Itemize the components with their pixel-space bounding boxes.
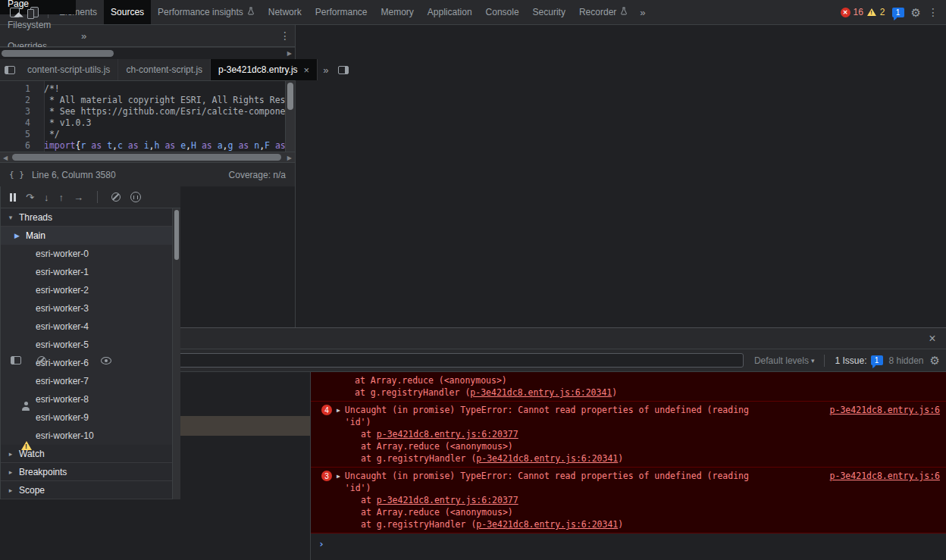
top-tab-network[interactable]: Network <box>262 0 309 24</box>
editor-tab-ch-content-script-js[interactable]: ch-content-script.js <box>118 59 211 80</box>
deactivate-breakpoints-icon[interactable] <box>111 192 121 202</box>
console-settings-gear-icon[interactable]: ⚙ <box>930 355 940 366</box>
toggle-navigator-button[interactable] <box>0 60 20 80</box>
issues-counter[interactable]: 1 Issue: 1 <box>835 355 882 366</box>
stack-location-link[interactable]: p-3e421dc8.entry.js:6:20377 <box>377 429 518 440</box>
debugger-sections: ▾ Threads ▶Mainesri-worker-0esri-worker-… <box>1 208 180 499</box>
thread-esri-worker-6[interactable]: esri-worker-6 <box>1 354 180 372</box>
navigator-menu-kebab-icon[interactable]: ⋮ <box>280 30 290 42</box>
stack-location-link[interactable]: p-3e421dc8.entry.js:6:20341 <box>476 453 618 464</box>
scroll-right-icon[interactable]: ▶ <box>287 155 292 161</box>
expand-arrow-icon[interactable]: ▶ <box>337 407 340 414</box>
stack-location-link[interactable]: p-3e421dc8.entry.js:6:20377 <box>377 495 518 505</box>
more-editor-tabs-icon[interactable]: » <box>318 64 334 76</box>
step-over-icon[interactable]: ↷ <box>26 192 34 202</box>
scope-section-header[interactable]: ▸ Scope <box>1 481 180 499</box>
thread-esri-worker-1[interactable]: esri-worker-1 <box>1 263 180 281</box>
devtools-window: ElementsSourcesPerformance insightsNetwo… <box>0 0 946 560</box>
warning-icon <box>21 441 32 450</box>
editor-tab-p-3e421dc8-entry-js[interactable]: p-3e421dc8.entry.js× <box>211 59 318 80</box>
top-tab-performance-insights[interactable]: Performance insights <box>151 0 262 24</box>
scrollbar-thumb[interactable] <box>12 154 281 161</box>
device-toolbar-icon <box>30 7 39 17</box>
console-messages: at Array.reduce (<anonymous>)at g.regist… <box>311 372 946 560</box>
section-title: Scope <box>19 485 45 496</box>
top-tab-recorder[interactable]: Recorder <box>572 0 634 24</box>
thread-esri-worker-9[interactable]: esri-worker-9 <box>1 408 180 427</box>
pause-script-icon[interactable] <box>10 193 16 202</box>
stack-location-link[interactable]: p-3e421dc8.entry.js:6:20341 <box>470 387 612 398</box>
step-icon[interactable]: → <box>74 192 83 202</box>
debugger-vertical-scrollbar[interactable] <box>172 208 180 499</box>
inspect-icon <box>10 8 20 17</box>
expand-arrow-icon[interactable]: ▶ <box>337 473 340 480</box>
console-prompt[interactable]: › <box>311 533 946 549</box>
top-tab-console[interactable]: Console <box>479 0 526 24</box>
source-location-link[interactable]: p-3e421dc8.entry.js:6 <box>821 470 940 482</box>
settings-gear-icon[interactable]: ⚙ <box>911 7 921 18</box>
stack-frame-line: at p-3e421dc8.entry.js:6:20377 <box>361 494 940 506</box>
line-number: 2 <box>0 95 38 106</box>
console-error-group-tail[interactable]: at Array.reduce (<anonymous>)at g.regist… <box>311 372 946 402</box>
thread-esri-worker-5[interactable]: esri-worker-5 <box>1 336 180 354</box>
scrollbar-thumb[interactable] <box>287 83 293 110</box>
issues-counter-icon[interactable]: 1 <box>892 8 904 17</box>
code-editor[interactable]: 1/*!2 * All material copyright ESRI, All… <box>0 81 295 152</box>
step-out-icon[interactable]: ↑ <box>58 192 64 202</box>
top-tab-sources[interactable]: Sources <box>104 0 151 24</box>
close-tab-icon[interactable]: × <box>304 64 310 76</box>
thread-label: Main <box>26 230 45 241</box>
thread-main[interactable]: ▶Main <box>1 227 180 245</box>
threads-section-header[interactable]: ▾ Threads <box>1 208 180 227</box>
thread-esri-worker-7[interactable]: esri-worker-7 <box>1 372 180 390</box>
scrollbar-thumb[interactable] <box>174 210 179 260</box>
stack-location-link[interactable]: p-3e421dc8.entry.js:6:20341 <box>476 519 618 530</box>
line-number: 5 <box>0 129 38 140</box>
console-error-group[interactable]: 3▶Uncaught (in promise) TypeError: Canno… <box>311 468 946 533</box>
issues-count: 1 <box>896 8 901 17</box>
error-warning-counter[interactable]: 16 2 <box>841 7 885 17</box>
top-tab-application[interactable]: Application <box>421 0 479 24</box>
thread-label: esri-worker-3 <box>36 303 89 314</box>
navigator-tab-filesystem[interactable]: Filesystem <box>0 14 76 36</box>
hidden-messages-count[interactable]: 8 hidden <box>889 355 924 366</box>
top-tab-security[interactable]: Security <box>526 0 572 24</box>
error-message-header: 4▶Uncaught (in promise) TypeError: Canno… <box>317 404 940 428</box>
more-tabs-icon[interactable]: » <box>634 7 650 18</box>
thread-esri-worker-4[interactable]: esri-worker-4 <box>1 318 180 336</box>
experiment-flask-icon <box>247 7 255 17</box>
console-error-group[interactable]: 4▶Uncaught (in promise) TypeError: Canno… <box>311 402 946 468</box>
close-drawer-icon[interactable]: × <box>923 332 941 346</box>
navigator-horizontal-scrollbar[interactable]: ▶ <box>0 47 295 59</box>
top-tab-memory[interactable]: Memory <box>374 0 421 24</box>
console-filter-input[interactable] <box>127 353 744 368</box>
editor-horizontal-scrollbar[interactable]: ◀ ▶ <box>0 152 295 162</box>
stack-frame-line: at Array.reduce (<anonymous>) <box>355 374 940 386</box>
divider <box>97 191 98 203</box>
scrollbar-thumb[interactable] <box>2 50 114 57</box>
editor-vertical-scrollbar[interactable] <box>285 81 295 152</box>
main-menu-kebab-icon[interactable]: ⋮ <box>928 6 938 18</box>
step-into-icon[interactable]: ↓ <box>44 192 49 202</box>
toggle-debugger-button[interactable] <box>334 60 353 80</box>
thread-esri-worker-0[interactable]: esri-worker-0 <box>1 245 180 263</box>
tab-label: ch-content-script.js <box>126 64 202 75</box>
more-navigator-tabs-icon[interactable]: » <box>76 30 92 42</box>
thread-esri-worker-2[interactable]: esri-worker-2 <box>1 281 180 299</box>
tab-label: Application <box>428 7 472 17</box>
editor-tab-content-script-utils-js[interactable]: content-script-utils.js <box>20 59 118 80</box>
breakpoints-section-header[interactable]: ▸ Breakpoints <box>1 463 180 481</box>
source-location-link[interactable]: p-3e421dc8.entry.js:6 <box>821 404 940 416</box>
stack-frame-line: at g.registryHandler (p-3e421dc8.entry.j… <box>361 518 940 530</box>
log-level-selector[interactable]: Default levels ▾ <box>754 355 815 366</box>
thread-esri-worker-3[interactable]: esri-worker-3 <box>1 299 180 318</box>
scroll-left-icon[interactable]: ◀ <box>3 155 8 161</box>
scroll-right-icon[interactable]: ▶ <box>287 50 292 57</box>
top-tab-performance[interactable]: Performance <box>309 0 374 24</box>
code-line-4: 4 * v1.0.3 <box>0 117 295 129</box>
pause-on-exceptions-icon[interactable] <box>130 192 141 202</box>
thread-label: esri-worker-1 <box>36 267 89 277</box>
pretty-print-icon[interactable]: { } <box>9 170 24 180</box>
tab-label: content-script-utils.js <box>27 64 110 75</box>
devtools-top-toolbar: ElementsSourcesPerformance insightsNetwo… <box>0 0 946 25</box>
